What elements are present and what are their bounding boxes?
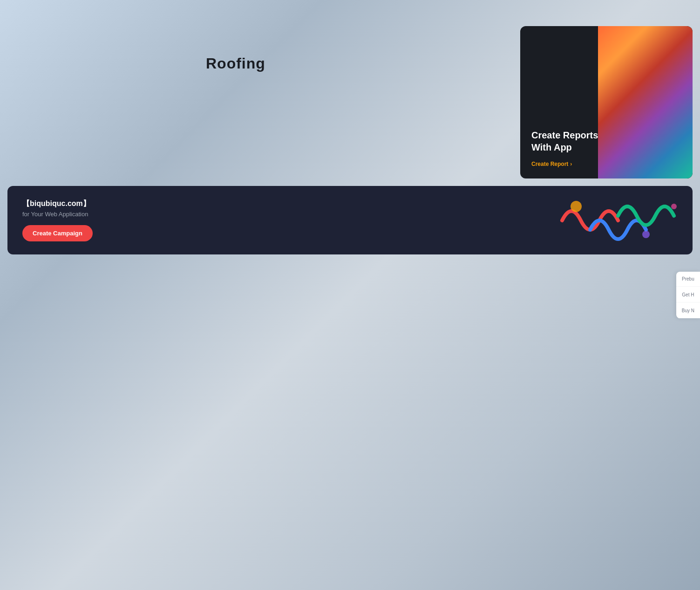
svg-point-1 — [642, 231, 650, 238]
reports-card: Create Reports With App Create Report › — [520, 26, 693, 178]
reports-bg — [598, 26, 693, 178]
sidebar-peek-item-1[interactable]: Prebu — [676, 272, 700, 287]
campaign-subtitle: for Your Web Application — [22, 211, 678, 218]
campaign-card: 【biqubiquc.com】 for Your Web Application… — [7, 186, 693, 254]
row-2: 【biqubiquc.com】 for Your Web Application… — [7, 186, 693, 254]
sidebar-peek-item-2[interactable]: Get H — [676, 288, 700, 302]
roofing-image: Roofing — [197, 26, 513, 101]
sidebar-peek: Prebu Get H Buy N — [676, 272, 700, 318]
roofing-section: Roofing 8,600 New Customers — [197, 26, 513, 178]
campaign-title: 【biqubiquc.com】 — [22, 199, 678, 209]
arrow-icon: › — [570, 161, 572, 167]
create-campaign-button[interactable]: Create Campaign — [22, 225, 93, 241]
campaign-bg — [350, 186, 693, 254]
row-1: Weekly Sales Stats 890,344 Sales ⋯ P Top… — [7, 26, 693, 178]
reports-title: Create Reports With App — [531, 129, 681, 153]
create-report-link[interactable]: Create Report › — [531, 161, 681, 167]
sidebar-peek-item-3[interactable]: Buy N — [676, 303, 700, 318]
roofing-title: Roofing — [206, 55, 265, 72]
